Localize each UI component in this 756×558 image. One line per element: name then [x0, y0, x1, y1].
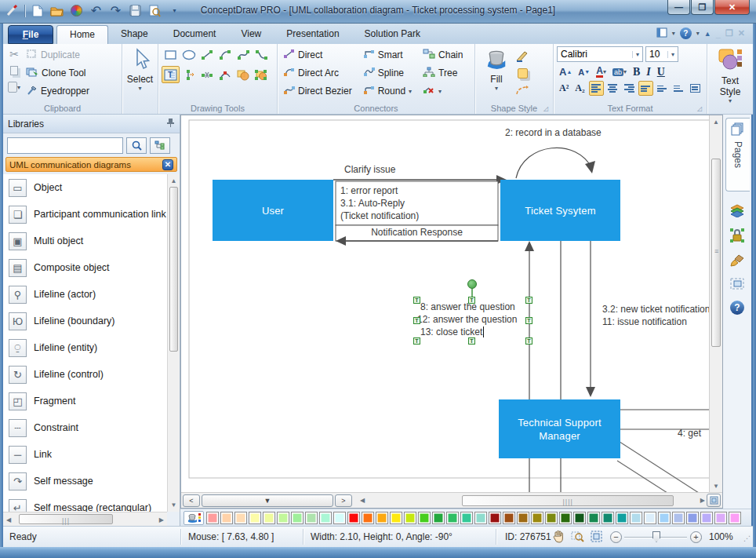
palette-swatch[interactable]	[517, 512, 529, 524]
drawing-canvas[interactable]: User Ticket Sysytem Technical Support Ma…	[180, 115, 723, 509]
highlight-button[interactable]: ab▾	[610, 64, 629, 79]
palette-swatch[interactable]	[234, 512, 247, 524]
maximize-button[interactable]: ❐	[691, 0, 714, 15]
next-page-button[interactable]: >	[335, 494, 352, 507]
library-close-icon[interactable]: ✕	[162, 159, 173, 170]
close-button[interactable]: ✕	[714, 0, 750, 15]
file-menu-button[interactable]: File	[8, 25, 53, 44]
chain-connector-button[interactable]: Chain	[420, 46, 465, 64]
round-connector-button[interactable]: Round▾	[361, 82, 414, 100]
text-format-dialog-launcher[interactable]: ◿	[697, 105, 704, 112]
palette-swatch[interactable]	[630, 512, 642, 524]
library-item[interactable]: ▤ Composite object	[3, 254, 167, 281]
canvas-scroll-right-icon[interactable]: ▶	[700, 497, 705, 504]
library-vertical-scrollbar[interactable]: ▲ ▼	[167, 174, 180, 512]
eyedropper-button[interactable]: Eyedropper	[24, 82, 92, 100]
copy-icon[interactable]	[6, 63, 22, 78]
solutions-button[interactable]	[69, 3, 84, 18]
font-size-combo[interactable]: 10▾	[645, 46, 678, 62]
align-center-button[interactable]	[605, 81, 620, 96]
library-tree-button[interactable]	[150, 137, 170, 154]
shadow-icon[interactable]	[514, 65, 530, 81]
curve-tool[interactable]	[252, 46, 270, 64]
ellipse-tool[interactable]	[180, 46, 198, 64]
text-tool[interactable]: T	[162, 66, 180, 83]
zoom-region-icon[interactable]	[571, 530, 584, 545]
subscript-button[interactable]: A₂	[572, 81, 587, 96]
page-fit-button[interactable]	[707, 494, 721, 507]
palette-swatch[interactable]	[729, 512, 741, 524]
panel-dropdown-icon[interactable]: ▾	[672, 30, 675, 37]
palette-swatch[interactable]	[404, 512, 416, 524]
canvas-scroll-down-icon[interactable]: ▼	[710, 483, 722, 490]
arc-tool[interactable]	[216, 46, 234, 64]
delete-connector-button[interactable]: ▾	[420, 82, 465, 100]
zoom-slider-thumb[interactable]	[652, 531, 660, 542]
palette-swatch[interactable]	[658, 512, 671, 524]
palette-swatch[interactable]	[531, 512, 543, 524]
palette-swatch[interactable]	[333, 512, 346, 524]
label-notif-32[interactable]: 3.2: new ticket notification	[602, 304, 709, 315]
font-color-button[interactable]: A▾	[594, 64, 609, 79]
label-notif-11[interactable]: 11: issue notification	[602, 316, 687, 327]
direct-bezier-button[interactable]: Direct Bezier	[281, 82, 354, 100]
tab-shape[interactable]: Shape	[108, 25, 161, 44]
library-item[interactable]: ⚲ Lifeline (actor)	[3, 281, 167, 308]
underline-button[interactable]: U	[655, 64, 667, 79]
label-record-database[interactable]: 2: record in a database	[505, 127, 602, 138]
collapse-ribbon-button[interactable]: ▲	[704, 30, 711, 38]
help-button[interactable]: ?	[680, 27, 692, 39]
palette-swatch[interactable]	[362, 512, 374, 524]
prev-page-button[interactable]: <	[183, 494, 200, 507]
italic-button[interactable]: I	[644, 64, 652, 79]
combine-shapes-tool[interactable]	[234, 66, 252, 83]
bold-button[interactable]: B	[631, 64, 642, 79]
tab-home[interactable]: Home	[56, 25, 108, 44]
palette-swatch[interactable]	[376, 512, 388, 524]
palette-swatch[interactable]	[587, 512, 600, 524]
palette-swatch[interactable]	[390, 512, 402, 524]
library-tab-selected[interactable]: UML communication diagrams ✕	[5, 157, 177, 172]
palette-swatch[interactable]	[220, 512, 233, 524]
brush-icon[interactable]	[728, 251, 747, 270]
tab-solution-park[interactable]: Solution Park	[352, 25, 433, 44]
scroll-up-icon[interactable]: ▲	[168, 174, 180, 184]
resize-grip[interactable]: ⋰	[743, 534, 751, 542]
palette-swatch[interactable]	[489, 512, 501, 524]
split-tool[interactable]	[198, 66, 216, 83]
tab-document[interactable]: Document	[161, 25, 229, 44]
paste-icon[interactable]: ▾	[6, 79, 22, 95]
library-item[interactable]: ┄ Constraint	[3, 414, 167, 441]
palette-swatch[interactable]	[616, 512, 628, 524]
superscript-button[interactable]: A²	[557, 81, 571, 96]
palette-swatch[interactable]	[305, 512, 318, 524]
palette-swatch[interactable]	[418, 512, 431, 524]
selection-handle[interactable]: T	[525, 337, 532, 345]
selection-handle[interactable]: T	[413, 317, 420, 324]
curve-edit-tool[interactable]	[216, 66, 234, 83]
valign-top-button[interactable]	[638, 81, 653, 96]
selection-handle[interactable]: T	[525, 297, 532, 304]
palette-swatch[interactable]	[714, 512, 727, 524]
new-document-button[interactable]	[30, 3, 45, 18]
palette-swatch[interactable]	[347, 512, 360, 524]
pin-icon[interactable]	[166, 118, 175, 130]
connector-node-tool[interactable]	[180, 66, 198, 83]
canvas-scroll-up-icon[interactable]: ▲	[710, 115, 722, 126]
zoom-in-button[interactable]: +	[690, 531, 702, 543]
label-answer-12[interactable]: 12: answer the question	[417, 314, 517, 325]
palette-swatch[interactable]	[644, 512, 656, 524]
group-shapes-tool[interactable]	[252, 66, 270, 83]
library-item[interactable]: ▣ Multi object	[3, 228, 167, 254]
minimize-button[interactable]: —	[667, 0, 690, 15]
open-button[interactable]	[49, 3, 64, 18]
direct-arc-button[interactable]: Direct Arc	[281, 64, 354, 82]
duplicate-button[interactable]: Duplicate	[24, 46, 92, 64]
library-item[interactable]: ◰ Fragment	[3, 388, 167, 414]
select-button[interactable]: Select▾	[125, 46, 154, 92]
doc-close-icon[interactable]: ✕	[738, 28, 745, 38]
font-family-combo[interactable]: Calibri▾	[557, 46, 643, 62]
fit-page-icon[interactable]	[590, 530, 603, 545]
library-item[interactable]: ❏ Participant communication link	[3, 201, 167, 228]
palette-swatch[interactable]	[432, 512, 445, 524]
